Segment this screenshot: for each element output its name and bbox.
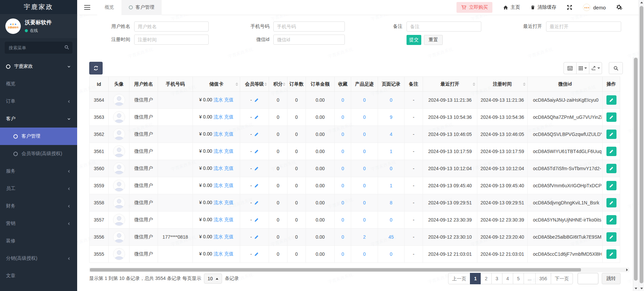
register-time-input[interactable] xyxy=(134,35,209,45)
page-records-link[interactable]: 1 xyxy=(390,183,392,188)
page-size-select[interactable]: 10 xyxy=(204,274,222,284)
edit-level-pencil-icon[interactable] xyxy=(254,149,259,154)
edit-row-button[interactable] xyxy=(606,147,616,156)
sidebar-item-marketing[interactable]: 营销 xyxy=(0,215,77,232)
buy-now-button[interactable]: 立即购买 xyxy=(457,2,492,13)
sort-carets-icon[interactable] xyxy=(264,83,267,86)
edit-row-button[interactable] xyxy=(606,232,616,242)
sidebar-item-overview[interactable]: 概览 xyxy=(0,75,77,93)
tab-customer-management[interactable]: 客户管理 xyxy=(121,0,162,15)
page-records-link[interactable]: 4 xyxy=(390,132,392,137)
sidebar-item-member-level[interactable]: 会员等级(高级授权) xyxy=(0,145,77,162)
reset-button[interactable]: 重置 xyxy=(424,35,443,45)
page-records-link[interactable]: 0 xyxy=(390,166,392,171)
sidebar-item-articles[interactable]: 文章 xyxy=(0,267,77,285)
avatar[interactable] xyxy=(113,197,125,209)
footprints-link[interactable]: 0 xyxy=(363,200,366,205)
column-header[interactable]: 会员等级 xyxy=(240,77,269,92)
tab-overview[interactable]: 概览 xyxy=(97,0,121,15)
last-open-input[interactable] xyxy=(546,21,621,32)
table-search-button[interactable] xyxy=(609,62,623,74)
jump-button[interactable]: 跳转 xyxy=(602,273,621,284)
flow-link[interactable]: 流水 xyxy=(213,217,223,222)
page-records-link[interactable]: 0 xyxy=(390,97,392,103)
favorites-link[interactable]: 0 xyxy=(341,149,344,154)
page-scrollbar[interactable] xyxy=(639,0,644,291)
avatar[interactable] xyxy=(113,162,125,175)
recharge-link[interactable]: 充值 xyxy=(224,114,233,119)
flow-link[interactable]: 流水 xyxy=(213,131,223,137)
edit-level-pencil-icon[interactable] xyxy=(254,217,259,223)
footprints-link[interactable]: 0 xyxy=(363,217,366,223)
page-button[interactable]: 4 xyxy=(502,273,513,284)
favorites-link[interactable]: 0 xyxy=(341,251,344,257)
next-page-button[interactable]: 下一页 xyxy=(551,273,573,284)
avatar[interactable] xyxy=(113,231,125,243)
favorites-link[interactable]: 0 xyxy=(341,114,344,120)
avatar[interactable] xyxy=(113,214,125,226)
flow-link[interactable]: 流水 xyxy=(213,97,223,102)
settings-gears-icon[interactable] xyxy=(616,5,623,10)
column-header[interactable]: 储值卡 xyxy=(193,77,240,92)
export-dropdown-button[interactable] xyxy=(589,62,602,74)
username-input[interactable] xyxy=(134,21,209,32)
edit-row-button[interactable] xyxy=(606,249,616,259)
footprints-link[interactable]: 0 xyxy=(363,97,366,103)
page-scrollbar-thumb[interactable] xyxy=(640,6,643,283)
footprints-link[interactable]: 0 xyxy=(363,166,366,171)
favorites-link[interactable]: 0 xyxy=(341,200,344,205)
edit-level-pencil-icon[interactable] xyxy=(254,183,259,188)
page-button[interactable]: 3 xyxy=(491,273,502,284)
avatar[interactable] xyxy=(113,111,125,123)
refresh-button[interactable] xyxy=(89,62,103,75)
footprints-link[interactable]: 0 xyxy=(363,114,366,120)
scroll-down-arrow-icon[interactable] xyxy=(635,288,637,289)
sort-carets-icon[interactable] xyxy=(523,83,526,86)
phone-input[interactable] xyxy=(273,21,345,32)
page-button[interactable]: 356 xyxy=(535,273,551,284)
fullscreen-icon[interactable] xyxy=(567,5,572,10)
flow-link[interactable]: 流水 xyxy=(213,200,223,205)
footprints-link[interactable]: 0 xyxy=(363,132,366,137)
footprints-link[interactable]: 0 xyxy=(363,183,366,188)
favorites-link[interactable]: 0 xyxy=(341,234,344,240)
footprints-link[interactable]: 2 xyxy=(363,234,366,240)
wechat-id-input[interactable] xyxy=(273,35,345,45)
favorites-link[interactable]: 0 xyxy=(341,132,344,137)
edit-level-pencil-icon[interactable] xyxy=(254,97,259,103)
flow-link[interactable]: 流水 xyxy=(213,114,223,119)
recharge-link[interactable]: 充值 xyxy=(224,148,233,154)
avatar[interactable] xyxy=(113,128,125,140)
scroll-down-arrow-icon[interactable] xyxy=(640,288,643,289)
sidebar-item-distribution[interactable]: 分销(高级授权) xyxy=(0,250,77,267)
edit-level-pencil-icon[interactable] xyxy=(254,251,259,257)
avatar[interactable] xyxy=(113,248,125,260)
sidebar-item-customers[interactable]: 客户 xyxy=(0,110,77,128)
favorites-link[interactable]: 0 xyxy=(341,97,344,103)
edit-level-pencil-icon[interactable] xyxy=(254,114,259,120)
edit-level-pencil-icon[interactable] xyxy=(254,132,259,137)
page-records-link[interactable]: 1 xyxy=(390,149,392,154)
sidebar-item-services[interactable]: 服务 xyxy=(0,162,77,180)
sort-carets-icon[interactable] xyxy=(283,83,285,86)
recharge-link[interactable]: 充值 xyxy=(224,200,233,205)
sidebar-item-customer-management[interactable]: 客户管理 xyxy=(0,128,77,145)
column-header[interactable]: 最近打开 xyxy=(423,77,477,92)
avatar[interactable] xyxy=(113,94,125,106)
menu-search-input[interactable] xyxy=(5,42,72,54)
sort-carets-icon[interactable] xyxy=(473,83,475,86)
column-header[interactable]: 积分 xyxy=(269,77,287,92)
recharge-link[interactable]: 充值 xyxy=(224,97,233,102)
favorites-link[interactable]: 0 xyxy=(341,166,344,171)
edit-row-button[interactable] xyxy=(606,181,616,190)
jump-page-input[interactable] xyxy=(578,273,598,284)
edit-row-button[interactable] xyxy=(606,215,616,225)
submit-button[interactable]: 提交 xyxy=(407,35,421,45)
avatar[interactable] xyxy=(113,180,125,192)
clear-cache-button[interactable]: 清除缓存 xyxy=(531,4,556,10)
page-records-link[interactable]: 8 xyxy=(390,200,392,205)
remark-input[interactable] xyxy=(407,21,481,32)
avatar[interactable] xyxy=(113,145,125,157)
page-records-link[interactable]: 0 xyxy=(390,251,392,257)
edit-row-button[interactable] xyxy=(606,112,616,122)
